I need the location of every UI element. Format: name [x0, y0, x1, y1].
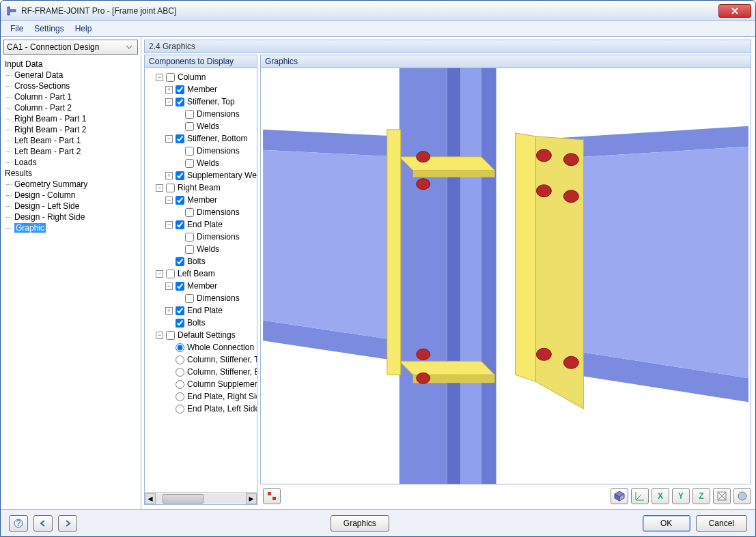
checkbox[interactable] — [166, 184, 175, 192]
checkbox[interactable] — [176, 306, 184, 315]
checkbox[interactable] — [185, 208, 194, 217]
axes-button[interactable] — [631, 488, 649, 504]
radio[interactable] — [176, 368, 184, 377]
tree-node-dimensions[interactable]: Dimensions — [146, 108, 255, 120]
nav-item[interactable]: Design - Column — [1, 190, 141, 201]
z-view-button[interactable]: Z — [692, 488, 710, 504]
nav-item[interactable]: Cross-Sections — [1, 81, 141, 91]
nav-item[interactable]: Column - Part 1 — [1, 91, 141, 102]
radio[interactable] — [176, 405, 184, 413]
tree-node-left-beam[interactable]: −Left Beam — [146, 267, 255, 280]
tree-radio-ep-right[interactable]: End Plate, Right Side — [146, 390, 255, 403]
svg-point-20 — [417, 373, 430, 383]
graphics-button[interactable]: Graphics — [331, 515, 389, 532]
svg-point-22 — [563, 154, 578, 166]
radio[interactable] — [176, 343, 184, 352]
checkbox[interactable] — [166, 331, 175, 340]
tree-node-welds[interactable]: Welds — [146, 157, 255, 169]
tree-radio-whole[interactable]: Whole Connection — [146, 341, 255, 353]
tree-node-dimensions[interactable]: Dimensions — [146, 292, 255, 304]
checkbox[interactable] — [185, 110, 194, 119]
checkbox[interactable] — [176, 220, 184, 229]
checkbox[interactable] — [185, 147, 194, 156]
tree-node-stiffener-bottom[interactable]: −Stiffener, Bottom — [146, 132, 255, 145]
nav-item[interactable]: Right Beam - Part 1 — [1, 113, 141, 124]
radio[interactable] — [176, 355, 184, 364]
nav-item-graphic[interactable]: Graphic — [1, 222, 141, 233]
nav-item[interactable]: Right Beam - Part 2 — [1, 124, 141, 135]
checkbox[interactable] — [176, 196, 184, 205]
tree-node-member[interactable]: −Member — [146, 280, 255, 292]
scroll-thumb[interactable] — [163, 494, 204, 504]
ok-button[interactable]: OK — [643, 515, 690, 532]
checkbox[interactable] — [166, 270, 175, 278]
wireframe-button[interactable] — [713, 488, 731, 504]
tree-node-dimensions[interactable]: Dimensions — [146, 145, 255, 157]
transparency-button[interactable] — [733, 488, 751, 504]
checkbox[interactable] — [176, 171, 184, 180]
tree-node-welds[interactable]: Welds — [146, 243, 255, 255]
tree-node-column[interactable]: −Column — [146, 71, 255, 83]
tree-node-end-plate[interactable]: +End Plate — [146, 304, 255, 317]
x-view-button[interactable]: X — [652, 488, 669, 504]
next-button[interactable] — [58, 515, 77, 532]
nav-item[interactable]: Column - Part 2 — [1, 102, 141, 113]
tree-node-default-settings[interactable]: −Default Settings — [146, 329, 255, 341]
prev-button[interactable] — [33, 515, 53, 532]
checkbox[interactable] — [176, 319, 184, 328]
checkbox[interactable] — [176, 98, 184, 106]
checkbox[interactable] — [176, 257, 184, 266]
tree-node-member[interactable]: +Member — [146, 83, 255, 96]
nav-item[interactable]: Left Beam - Part 2 — [1, 146, 141, 157]
nav-item[interactable]: General Data — [1, 70, 141, 81]
tree-node-welds[interactable]: Welds — [146, 120, 255, 132]
menu-help[interactable]: Help — [71, 23, 96, 35]
horizontal-scrollbar[interactable]: ◄ ► — [145, 492, 257, 504]
checkbox[interactable] — [176, 282, 184, 291]
tree-radio-col-stiff-top[interactable]: Column, Stiffener, Top — [146, 353, 255, 366]
tree-radio-col-supp[interactable]: Column Supplementary — [146, 378, 255, 390]
help-button[interactable]: ? — [9, 515, 28, 532]
iso-view-button[interactable] — [611, 488, 628, 504]
menu-file[interactable]: File — [6, 23, 27, 35]
design-case-combo[interactable]: CA1 - Connection Design — [3, 40, 138, 55]
checkbox[interactable] — [176, 85, 184, 94]
checkbox[interactable] — [176, 134, 184, 143]
graphics-viewport[interactable] — [260, 68, 751, 484]
tree-node-stiffener-top[interactable]: −Stiffener, Top — [146, 96, 255, 108]
checkbox[interactable] — [185, 294, 194, 303]
tree-node-bolts[interactable]: Bolts — [146, 255, 255, 267]
scroll-left-arrow-icon[interactable]: ◄ — [145, 493, 156, 504]
checkbox[interactable] — [185, 159, 194, 168]
y-view-button[interactable]: Y — [672, 488, 690, 504]
tree-node-member[interactable]: −Member — [146, 194, 255, 206]
nav-section-input: Input Data — [1, 59, 141, 70]
nav-item[interactable]: Left Beam - Part 1 — [1, 135, 141, 146]
checkbox[interactable] — [166, 73, 175, 82]
checkbox[interactable] — [185, 245, 194, 254]
tree-radio-ep-left[interactable]: End Plate, Left Side — [146, 403, 255, 415]
scroll-right-arrow-icon[interactable]: ► — [246, 493, 257, 504]
cancel-button[interactable]: Cancel — [696, 515, 747, 532]
nav-item[interactable]: Design - Left Side — [1, 201, 141, 212]
tree-radio-col-stiff-bot[interactable]: Column, Stiffener, Bottom — [146, 366, 255, 378]
tree-node-end-plate[interactable]: −End Plate — [146, 218, 255, 231]
tree-node-dimensions[interactable]: Dimensions — [146, 231, 255, 243]
tree-node-supp-web[interactable]: +Supplementary Web Plate — [146, 169, 255, 182]
menu-settings[interactable]: Settings — [30, 23, 68, 35]
window-close-button[interactable] — [718, 4, 751, 18]
tree-node-right-beam[interactable]: −Right Beam — [146, 182, 255, 194]
components-tree[interactable]: −Column +Member −Stiffener, Top Dimensio… — [144, 68, 257, 505]
nav-item[interactable]: Design - Right Side — [1, 212, 141, 222]
nav-item[interactable]: Loads — [1, 157, 141, 168]
radio[interactable] — [176, 380, 184, 389]
checkbox[interactable] — [185, 233, 194, 242]
nav-item[interactable]: Geometry Summary — [1, 179, 141, 190]
tree-node-dimensions[interactable]: Dimensions — [146, 206, 255, 218]
svg-marker-6 — [263, 150, 400, 341]
radio[interactable] — [176, 392, 184, 401]
tree-node-bolts[interactable]: Bolts — [146, 317, 255, 329]
views-button[interactable] — [263, 488, 281, 504]
checkbox[interactable] — [185, 122, 194, 131]
navigator-tree[interactable]: Input Data General Data Cross-Sections C… — [1, 57, 141, 509]
